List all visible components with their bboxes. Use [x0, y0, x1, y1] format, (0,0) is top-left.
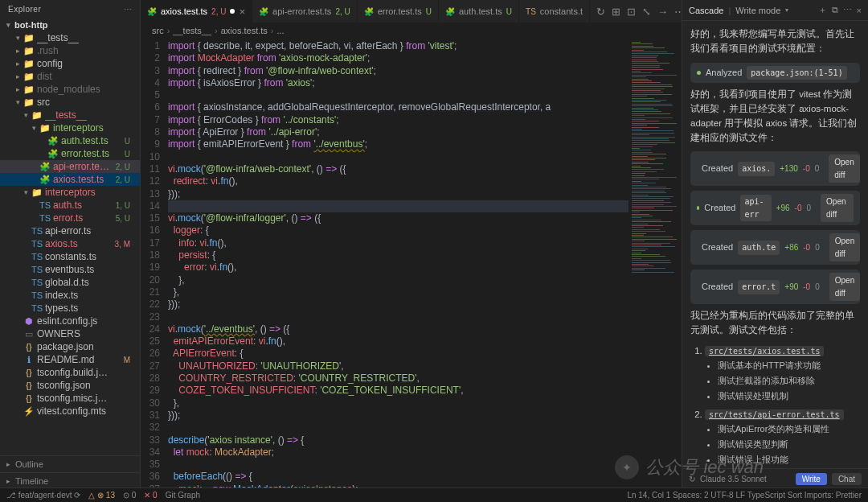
open-diff-button[interactable]: Open diff: [829, 154, 859, 183]
tree-item[interactable]: 🧩auth.test.tsU: [0, 134, 140, 147]
close-icon[interactable]: ×: [857, 6, 862, 15]
tree-item[interactable]: ⚡vitest.config.mts: [0, 405, 140, 418]
file-icon: 📁: [23, 72, 35, 82]
file-icon: 📁: [39, 123, 51, 134]
tree-item[interactable]: TSauth.ts1, U: [0, 199, 140, 212]
tree-item[interactable]: ▭OWNERS: [0, 327, 140, 340]
file-tree: ▾📁__tests__▸📁.rush▸📁config▸📁dist▸📁node_m…: [0, 31, 140, 455]
breadcrumb[interactable]: src›__tests__›axios.test.ts›...: [141, 23, 682, 39]
breadcrumb-segment[interactable]: __tests__: [173, 26, 211, 35]
tree-item[interactable]: ▾📁__tests__: [0, 31, 140, 44]
chevron-right-icon: ›: [271, 26, 274, 35]
list-subitem: 测试基本的HTTP请求功能: [718, 359, 860, 372]
tree-item[interactable]: TSapi-error.ts: [0, 224, 140, 237]
problems-err[interactable]: ✕ 0: [144, 491, 157, 500]
refresh-icon[interactable]: ↻: [689, 475, 695, 483]
status-right[interactable]: Ln 14, Col 1 Spaces: 2 UTF-8 LF TypeScri…: [627, 491, 862, 500]
model-label[interactable]: Claude 3.5 Sonnet: [700, 475, 767, 483]
tab-status: 2, U: [211, 7, 226, 16]
new-chat-icon[interactable]: ＋: [818, 4, 827, 16]
tree-item[interactable]: 🧩axios.test.ts2, U: [0, 173, 140, 186]
created-chip[interactable]: Createderror.t+90-00Open diff: [690, 270, 860, 304]
tab-action-icon[interactable]: ⊞: [612, 6, 620, 18]
editor-tab[interactable]: TSconstants.t: [519, 0, 590, 23]
tree-item[interactable]: ℹREADME.mdM: [0, 353, 140, 366]
created-chip[interactable]: Createdaxios.+130-00Open diff: [690, 151, 860, 186]
tab-action-icon[interactable]: ⊡: [627, 6, 636, 18]
editor-tab[interactable]: 🧩axios.test.ts2, U×: [141, 0, 252, 23]
cascade-menu-icon[interactable]: ⋯: [843, 5, 852, 15]
tree-item[interactable]: ▾📁interceptors: [0, 121, 140, 134]
tab-label: error.test.ts: [378, 6, 422, 16]
list-subitem: 测试ApiError类的构造和属性: [718, 422, 860, 436]
breadcrumb-segment[interactable]: axios.test.ts: [221, 26, 268, 35]
tree-item[interactable]: ▾📁__tests__: [0, 109, 140, 121]
tree-item[interactable]: ⬢eslint.config.js: [0, 315, 140, 327]
chevron-right-icon: ›: [215, 26, 218, 35]
problems-warn[interactable]: △ ⊗ 13: [88, 491, 115, 500]
analyzed-chip[interactable]: Analyzed package.json:(1-51): [690, 63, 860, 84]
chip-label: Created: [702, 241, 733, 254]
file-icon: {}: [23, 368, 35, 377]
open-diff-button[interactable]: Open diff: [821, 194, 854, 222]
cascade-mode[interactable]: Write mode: [735, 6, 780, 15]
open-diff-button[interactable]: Open diff: [829, 273, 860, 301]
file-label: README.md: [37, 354, 111, 365]
tree-item[interactable]: 🧩error.test.tsU: [0, 147, 140, 160]
file-label: constants.ts: [45, 251, 111, 262]
history-icon[interactable]: ⧉: [832, 5, 838, 15]
breadcrumb-segment[interactable]: src: [152, 26, 164, 35]
git-branch[interactable]: ⎇ feat/agent-devt ⟳: [6, 491, 80, 500]
tree-item[interactable]: TSaxios.ts3, M: [0, 237, 140, 250]
created-chip[interactable]: Createdauth.te+86-00Open diff: [690, 230, 860, 265]
status-dot-icon: [697, 71, 701, 75]
editor-tab[interactable]: 🧩auth.test.tsU: [439, 0, 519, 23]
write-mode-button[interactable]: Write: [796, 473, 827, 485]
tab-action-icon[interactable]: ⤡: [642, 6, 651, 18]
tab-action-icon[interactable]: →: [657, 6, 668, 18]
panel-header[interactable]: ▸Outline: [0, 455, 140, 472]
tree-item[interactable]: ▾📁interceptors: [0, 186, 140, 199]
file-icon: 🧩: [47, 149, 59, 159]
tree-item[interactable]: {}package.json: [0, 340, 140, 353]
panel-header[interactable]: ▸Timeline: [0, 472, 140, 489]
code-view[interactable]: import { describe, it, expect, beforeEac…: [168, 39, 628, 489]
tree-item[interactable]: TSerror.ts5, U: [0, 212, 140, 224]
tree-item[interactable]: {}tsconfig.json: [0, 379, 140, 392]
chip-label: Created: [704, 201, 735, 215]
tab-action-icon[interactable]: ↻: [596, 6, 605, 18]
tree-item[interactable]: {}tsconfig.build.json: [0, 366, 140, 379]
file-icon: TS: [31, 252, 43, 261]
chat-mode-button[interactable]: Chat: [832, 473, 862, 485]
tree-item[interactable]: ▸📁node_modules: [0, 83, 140, 96]
tree-item[interactable]: ▸📁dist: [0, 70, 140, 83]
explorer-menu-icon[interactable]: ⋯: [124, 5, 133, 14]
file-label: .rush: [37, 45, 111, 56]
tree-item[interactable]: TStypes.ts: [0, 302, 140, 315]
created-chip[interactable]: Createdapi-err+96-00Open diff: [690, 191, 860, 225]
breadcrumb-segment[interactable]: ...: [276, 26, 284, 35]
problems-info[interactable]: ⊙ 0: [123, 491, 136, 500]
explorer-header: Explorer ⋯: [0, 0, 140, 19]
tree-item[interactable]: ▸📁.rush: [0, 44, 140, 57]
tree-item[interactable]: 🧩api-error.test.ts2, U: [0, 160, 140, 173]
tree-item[interactable]: ▸📁config: [0, 57, 140, 70]
git-graph[interactable]: Git Graph: [166, 491, 200, 500]
project-root[interactable]: ▾ bot-http: [0, 19, 140, 31]
file-ref[interactable]: src/tests/api-error.test.ts: [705, 409, 844, 420]
minimap[interactable]: [628, 39, 682, 489]
file-ref[interactable]: src/tests/axios.test.ts: [705, 346, 824, 356]
tree-item[interactable]: TSconstants.ts: [0, 250, 140, 263]
tree-item[interactable]: TSeventbus.ts: [0, 263, 140, 276]
tree-item[interactable]: ▾📁src: [0, 96, 140, 109]
list-item: src/tests/api-error.test.ts测试ApiError类的构…: [705, 408, 860, 467]
tree-item[interactable]: TSglobal.d.ts: [0, 276, 140, 289]
file-icon: TS: [31, 278, 43, 287]
editor-tab[interactable]: 🧩error.test.tsU: [358, 0, 439, 23]
tree-item[interactable]: TSindex.ts: [0, 289, 140, 302]
diff-plus: +86: [784, 241, 798, 254]
open-diff-button[interactable]: Open diff: [829, 233, 860, 261]
editor-tab[interactable]: 🧩api-error.test.ts2, U: [252, 0, 358, 23]
close-icon[interactable]: ×: [239, 6, 245, 17]
tree-item[interactable]: {}tsconfig.misc.json: [0, 392, 140, 405]
